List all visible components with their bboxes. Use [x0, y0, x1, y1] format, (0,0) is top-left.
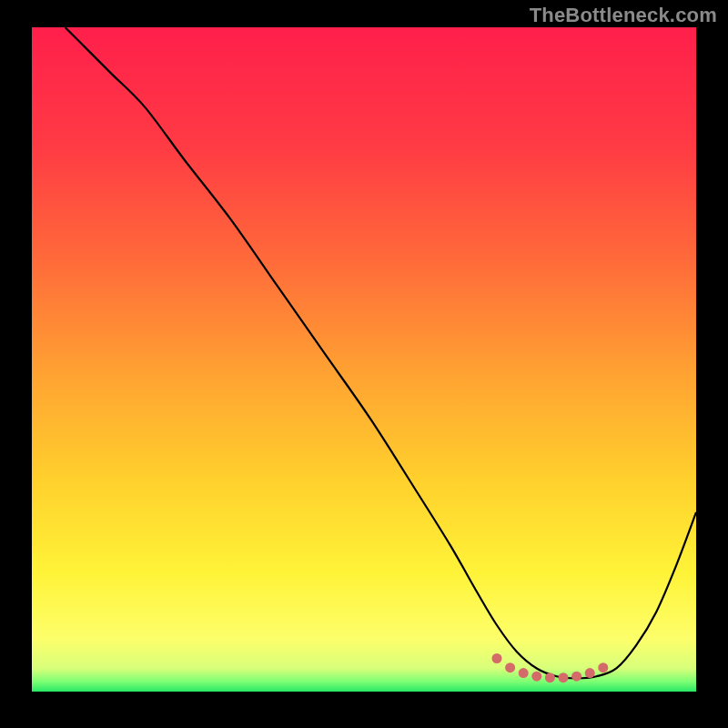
flat-marker	[505, 662, 515, 672]
flat-marker	[492, 653, 502, 663]
flat-marker	[531, 672, 541, 682]
flat-marker	[585, 668, 595, 678]
watermark-text: TheBottleneck.com	[530, 4, 717, 27]
flat-marker	[545, 672, 555, 682]
flat-marker	[571, 672, 581, 682]
chart-frame	[32, 27, 696, 692]
chart-plot	[32, 27, 696, 692]
flat-marker	[519, 668, 529, 678]
flat-marker	[598, 662, 608, 672]
flat-marker	[559, 672, 569, 682]
chart-background	[32, 27, 696, 692]
